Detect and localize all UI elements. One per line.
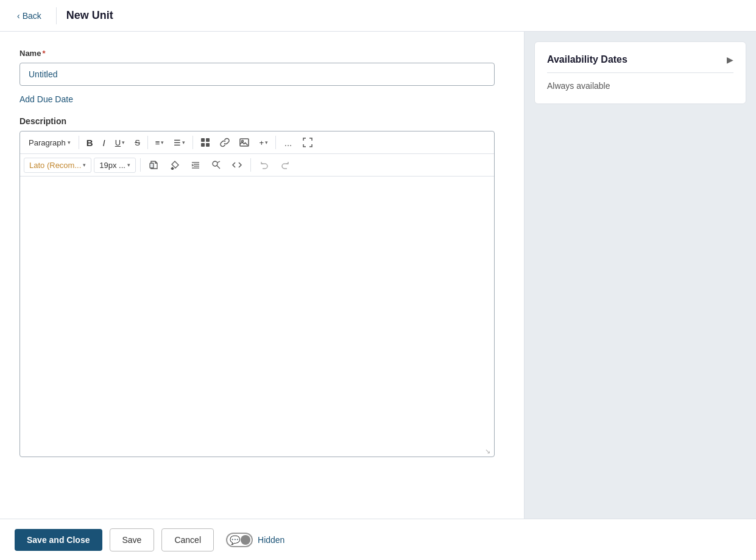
hidden-toggle-label[interactable]: Hidden bbox=[258, 535, 284, 545]
toolbar-row-2: Lato (Recom... ▾ 19px ... ▾ bbox=[20, 154, 494, 177]
description-label: Description bbox=[19, 116, 504, 126]
svg-rect-3 bbox=[206, 143, 210, 147]
toolbar-divider-4 bbox=[275, 136, 276, 149]
toggle-thumb bbox=[241, 535, 250, 545]
availability-divider bbox=[547, 72, 733, 73]
availability-card: Availability Dates ▶ Always available bbox=[534, 41, 746, 104]
svg-line-12 bbox=[217, 166, 220, 169]
highlight-button[interactable] bbox=[166, 156, 184, 173]
back-label: Back bbox=[23, 11, 41, 21]
editor-body[interactable]: ↘ bbox=[20, 177, 494, 457]
header: ‹ Back New Unit bbox=[0, 0, 756, 32]
undo-redo-divider bbox=[250, 158, 251, 172]
back-button[interactable]: ‹ Back bbox=[12, 9, 46, 23]
paragraph-dropdown[interactable]: Paragraph ▾ bbox=[24, 135, 76, 150]
align-button[interactable]: ≡ ▾ bbox=[151, 135, 169, 150]
required-star: * bbox=[42, 49, 45, 58]
availability-title: Availability Dates bbox=[547, 54, 627, 65]
hidden-toggle-group: 💬 Hidden bbox=[226, 533, 284, 547]
toggle-chat-icon: 💬 bbox=[230, 535, 240, 545]
svg-rect-0 bbox=[201, 138, 205, 142]
align-chevron-icon: ▾ bbox=[161, 139, 164, 145]
find-replace-button[interactable] bbox=[207, 156, 225, 173]
code-button[interactable] bbox=[228, 156, 246, 173]
font-row-divider bbox=[140, 158, 141, 172]
copy-format-button[interactable] bbox=[145, 156, 163, 173]
bold-button[interactable]: B bbox=[82, 135, 97, 151]
hidden-toggle[interactable]: 💬 bbox=[226, 533, 253, 547]
availability-header: Availability Dates ▶ bbox=[547, 54, 733, 65]
name-label: Name* bbox=[19, 49, 504, 58]
svg-rect-2 bbox=[201, 143, 205, 147]
image-button[interactable] bbox=[235, 134, 253, 151]
italic-button[interactable]: I bbox=[99, 135, 110, 151]
underline-button[interactable]: U ▾ bbox=[111, 135, 129, 150]
insert-chevron-icon: ▾ bbox=[265, 139, 268, 145]
left-panel: Name* Add Due Date Description Paragraph… bbox=[0, 32, 525, 519]
more-button[interactable]: ... bbox=[279, 134, 297, 151]
resize-handle: ↘ bbox=[485, 447, 492, 455]
footer: Save and Close Save Cancel 💬 Hidden bbox=[0, 519, 756, 560]
toolbar-divider-2 bbox=[147, 136, 148, 149]
indent-button[interactable] bbox=[186, 156, 205, 173]
name-input[interactable] bbox=[19, 63, 495, 86]
list-button[interactable]: ☰ ▾ bbox=[169, 135, 189, 150]
main-layout: Name* Add Due Date Description Paragraph… bbox=[0, 32, 756, 519]
font-size-dropdown[interactable]: 19px ... ▾ bbox=[94, 158, 136, 173]
svg-rect-6 bbox=[150, 163, 154, 168]
underline-chevron-icon: ▾ bbox=[122, 139, 125, 145]
editor-container: Paragraph ▾ B I U ▾ S ≡ ▾ bbox=[19, 131, 495, 457]
page-title: New Unit bbox=[66, 9, 113, 22]
toolbar-row-1: Paragraph ▾ B I U ▾ S ≡ ▾ bbox=[20, 131, 494, 154]
header-divider bbox=[56, 7, 57, 24]
availability-expand-icon[interactable]: ▶ bbox=[727, 55, 733, 65]
undo-button[interactable] bbox=[255, 156, 274, 173]
fullscreen-button[interactable] bbox=[299, 134, 317, 151]
size-chevron-icon: ▾ bbox=[127, 162, 130, 168]
availability-status: Always available bbox=[547, 81, 610, 91]
font-family-dropdown[interactable]: Lato (Recom... ▾ bbox=[24, 158, 91, 173]
right-panel: Availability Dates ▶ Always available bbox=[525, 32, 756, 519]
save-button[interactable]: Save bbox=[110, 528, 155, 551]
strikethrough-button[interactable]: S bbox=[130, 135, 144, 150]
toolbar-divider-3 bbox=[193, 136, 193, 149]
cancel-button[interactable]: Cancel bbox=[161, 528, 214, 551]
link-button[interactable] bbox=[216, 134, 234, 151]
toolbar-divider-1 bbox=[79, 136, 79, 149]
redo-button[interactable] bbox=[276, 156, 294, 173]
svg-point-11 bbox=[213, 161, 217, 166]
back-chevron-icon: ‹ bbox=[17, 11, 20, 21]
chevron-down-icon: ▾ bbox=[68, 139, 71, 145]
add-due-date-link[interactable]: Add Due Date bbox=[19, 94, 73, 104]
svg-line-13 bbox=[217, 161, 220, 163]
insert-button[interactable]: + ▾ bbox=[255, 135, 272, 150]
save-and-close-button[interactable]: Save and Close bbox=[15, 529, 102, 551]
svg-rect-1 bbox=[206, 138, 210, 142]
list-chevron-icon: ▾ bbox=[182, 139, 185, 145]
font-chevron-icon: ▾ bbox=[83, 162, 86, 168]
table-button[interactable] bbox=[196, 134, 214, 151]
